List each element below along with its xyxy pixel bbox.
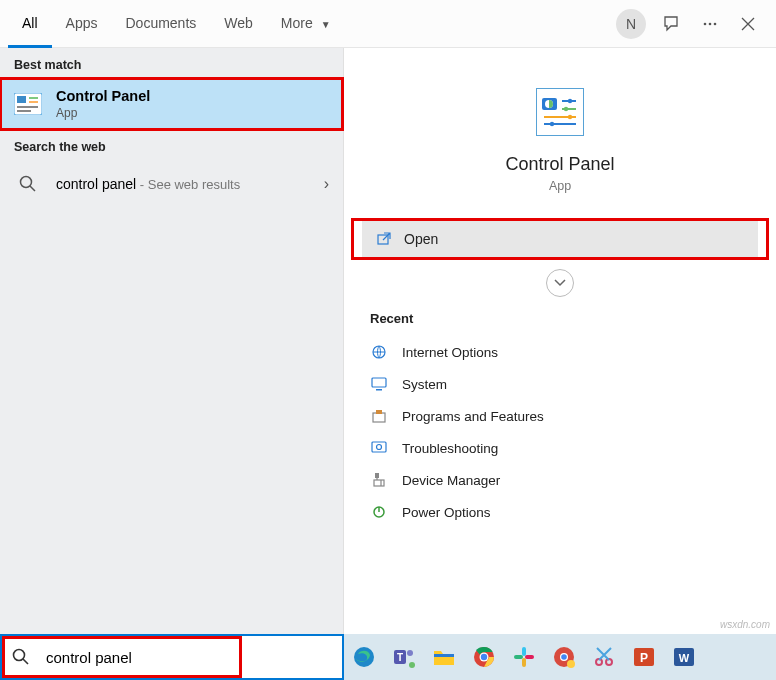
svg-rect-7 <box>17 106 38 108</box>
watermark: wsxdn.com <box>720 619 770 630</box>
svg-point-2 <box>714 22 717 25</box>
device-manager-icon <box>370 471 388 489</box>
taskbar-edge-icon[interactable] <box>350 643 378 671</box>
tab-more-label: More <box>281 15 313 31</box>
recent-heading: Recent <box>344 311 776 336</box>
detail-title: Control Panel <box>344 154 776 175</box>
detail-pane: Control Panel App Open Recent Internet O… <box>344 48 776 634</box>
user-avatar[interactable]: N <box>616 9 646 39</box>
results-pane: Best match Control Panel App Search the … <box>0 48 344 634</box>
svg-point-9 <box>21 177 32 188</box>
tabbar-right-controls: N <box>616 9 768 39</box>
svg-point-48 <box>567 660 575 668</box>
recent-internet-options[interactable]: Internet Options <box>344 336 776 368</box>
search-web-heading: Search the web <box>0 130 343 160</box>
search-input[interactable] <box>40 636 242 678</box>
result-subtitle: App <box>56 106 329 120</box>
svg-rect-5 <box>29 97 38 99</box>
svg-point-13 <box>568 99 572 103</box>
action-open[interactable]: Open <box>362 219 758 259</box>
system-icon <box>370 375 388 393</box>
svg-point-35 <box>407 650 413 656</box>
open-icon <box>376 231 392 247</box>
filter-tabbar: All Apps Documents Web More ▼ N <box>0 0 776 48</box>
svg-point-19 <box>550 122 554 126</box>
taskbar-chrome-icon[interactable] <box>470 643 498 671</box>
svg-point-0 <box>704 22 707 25</box>
more-options-icon[interactable] <box>698 12 722 36</box>
svg-rect-4 <box>17 96 26 103</box>
tab-more[interactable]: More ▼ <box>267 0 345 48</box>
svg-text:P: P <box>640 651 648 665</box>
taskbar: T P W <box>344 634 776 680</box>
power-options-icon <box>370 503 388 521</box>
svg-rect-6 <box>29 101 38 103</box>
recent-label: Troubleshooting <box>402 441 498 456</box>
svg-rect-41 <box>522 647 526 656</box>
taskbar-chrome-canary-icon[interactable] <box>550 643 578 671</box>
result-control-panel[interactable]: Control Panel App <box>0 78 343 130</box>
svg-point-47 <box>561 654 567 660</box>
chevron-down-icon: ▼ <box>321 19 331 30</box>
recent-system[interactable]: System <box>344 368 776 400</box>
svg-point-32 <box>354 647 374 667</box>
control-panel-icon <box>14 90 42 118</box>
svg-rect-8 <box>17 110 31 112</box>
svg-rect-25 <box>376 410 382 414</box>
search-icon <box>14 170 42 198</box>
svg-rect-29 <box>374 480 384 486</box>
tab-all[interactable]: All <box>8 0 52 48</box>
svg-rect-37 <box>434 654 454 657</box>
detail-subtitle: App <box>344 179 776 193</box>
svg-rect-24 <box>373 413 385 422</box>
search-icon <box>2 636 40 678</box>
taskbar-powerpoint-icon[interactable]: P <box>630 643 658 671</box>
result-web-search[interactable]: control panel - See web results › <box>0 160 343 208</box>
troubleshooting-icon <box>370 439 388 457</box>
recent-label: System <box>402 377 447 392</box>
recent-label: Programs and Features <box>402 409 544 424</box>
tab-documents[interactable]: Documents <box>111 0 210 48</box>
svg-rect-44 <box>525 655 534 659</box>
recent-label: Internet Options <box>402 345 498 360</box>
programs-icon <box>370 407 388 425</box>
svg-rect-26 <box>372 442 386 452</box>
taskbar-word-icon[interactable]: W <box>670 643 698 671</box>
taskbar-snip-icon[interactable] <box>590 643 618 671</box>
tab-web[interactable]: Web <box>210 0 267 48</box>
action-open-label: Open <box>404 231 438 247</box>
taskbar-teams-icon[interactable]: T <box>390 643 418 671</box>
recent-troubleshooting[interactable]: Troubleshooting <box>344 432 776 464</box>
chevron-right-icon: › <box>324 175 329 193</box>
tab-apps[interactable]: Apps <box>52 0 112 48</box>
svg-point-31 <box>14 650 25 661</box>
taskbar-explorer-icon[interactable] <box>430 643 458 671</box>
taskbar-slack-icon[interactable] <box>510 643 538 671</box>
recent-power-options[interactable]: Power Options <box>344 496 776 528</box>
svg-point-36 <box>409 662 415 668</box>
svg-point-1 <box>709 22 712 25</box>
svg-rect-22 <box>372 378 386 387</box>
recent-device-manager[interactable]: Device Manager <box>344 464 776 496</box>
svg-point-40 <box>481 654 487 660</box>
svg-point-15 <box>564 107 568 111</box>
feedback-icon[interactable] <box>660 12 684 36</box>
internet-options-icon <box>370 343 388 361</box>
recent-label: Power Options <box>402 505 491 520</box>
svg-point-17 <box>568 115 572 119</box>
web-result-query: control panel <box>56 176 136 192</box>
bottom-bar: T P W <box>0 634 776 680</box>
result-title: Control Panel <box>56 88 329 104</box>
search-box[interactable] <box>0 634 344 680</box>
recent-label: Device Manager <box>402 473 500 488</box>
svg-rect-28 <box>375 473 379 478</box>
best-match-heading: Best match <box>0 48 343 78</box>
svg-rect-42 <box>514 655 523 659</box>
expand-actions-button[interactable] <box>546 269 574 297</box>
recent-programs-features[interactable]: Programs and Features <box>344 400 776 432</box>
web-result-hint: - See web results <box>136 177 240 192</box>
svg-text:W: W <box>679 652 690 664</box>
svg-rect-18 <box>544 123 576 125</box>
svg-rect-43 <box>522 658 526 667</box>
close-button[interactable] <box>736 12 760 36</box>
